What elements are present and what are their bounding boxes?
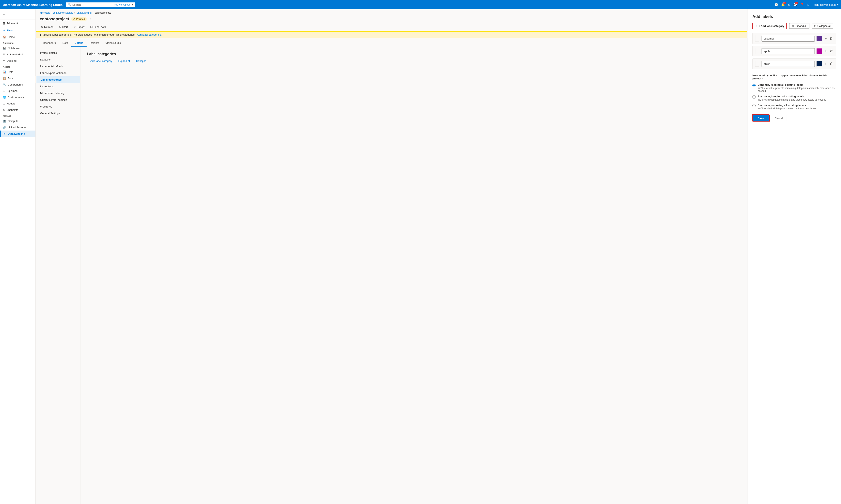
radio-start-over-remove[interactable] <box>752 104 756 107</box>
label-item-cucumber: ＋ 🗑 <box>752 33 836 44</box>
project-title: contosoproject <box>40 17 69 21</box>
radio-continue-label: Continue, keeping all existing labels <box>758 83 836 86</box>
sidebar-item-automated-ml[interactable]: ⚙ Automated ML <box>0 51 35 58</box>
nav-incremental-refresh[interactable]: Incremental refresh <box>36 63 80 70</box>
breadcrumb-data-labeling[interactable]: Data Labeling <box>76 12 91 14</box>
label-input-onion[interactable] <box>761 61 815 67</box>
refresh-button[interactable]: ↻ Refresh <box>40 25 55 29</box>
pipelines-icon: ⬡ <box>3 89 5 92</box>
hamburger-menu[interactable]: ≡ <box>0 11 35 18</box>
color-swatch-onion[interactable] <box>816 61 822 67</box>
sidebar-item-data[interactable]: 📊 Data <box>0 69 35 75</box>
windows-icon: ⊞ <box>3 21 5 25</box>
details-content: Label categories + Add label category Ex… <box>81 47 747 504</box>
expand-all-button[interactable]: ⊞ Expand all <box>789 23 809 29</box>
label-items: ＋ 🗑 ＋ 🗑 ＋ 🗑 <box>752 33 836 69</box>
search-bar[interactable]: 🔍 Search This workspace ▾ <box>66 2 135 7</box>
settings-icon[interactable]: ⚙ <box>788 3 790 6</box>
bell-icon[interactable]: 🔔 23 <box>781 3 785 6</box>
nav-label-categories[interactable]: Label categories <box>36 76 80 83</box>
tab-details[interactable]: Details <box>71 39 87 47</box>
compute-icon: 💻 <box>3 120 6 123</box>
help-icon[interactable]: ❓ <box>800 3 804 6</box>
add-label-category-button-main[interactable]: + Add label category <box>87 59 113 63</box>
sidebar-item-environments[interactable]: 🌐 Environments <box>0 94 35 101</box>
breadcrumb-microsoft[interactable]: Microsoft <box>40 12 50 14</box>
components-icon: 🔧 <box>3 83 6 86</box>
smiley-icon[interactable]: ☺ <box>807 3 810 6</box>
radio-item-continue[interactable]: Continue, keeping all existing labels We… <box>752 83 836 92</box>
tab-vision-studio[interactable]: Vision Studio <box>102 39 124 47</box>
pipelines-label: Pipelines <box>7 89 18 92</box>
label-input-cucumber[interactable] <box>761 36 815 41</box>
sidebar-item-jobs[interactable]: 📋 Jobs <box>0 75 35 82</box>
nav-label-export[interactable]: Label export (optional) <box>36 70 80 76</box>
user-menu[interactable]: contosoworkspace ▾ <box>814 3 839 6</box>
status-badge: ⚠ Paused <box>71 17 87 21</box>
nav-project-details[interactable]: Project details <box>36 50 80 56</box>
export-icon: ↗ <box>73 25 76 29</box>
label-data-button[interactable]: ☑ Label data <box>89 25 107 29</box>
add-label-category-button[interactable]: ＋ + Add label category <box>752 23 787 29</box>
favorite-icon[interactable]: ☆ <box>89 18 92 21</box>
radio-item-start-over-keep[interactable]: Start over, keeping all existing labels … <box>752 95 836 101</box>
save-button[interactable]: Save <box>752 115 769 122</box>
add-child-button-apple[interactable]: ＋ <box>824 49 828 54</box>
color-swatch-apple[interactable] <box>816 48 822 54</box>
tree-line-1 <box>755 35 759 41</box>
nav-workforce[interactable]: Workforce <box>36 103 80 110</box>
collapse-all-button-main[interactable]: Collapse <box>135 59 148 63</box>
warning-text: Missing label categories: The project do… <box>42 33 135 36</box>
endpoints-label: Endpoints <box>6 108 18 111</box>
cancel-button[interactable]: Cancel <box>771 115 786 121</box>
color-swatch-cucumber[interactable] <box>816 36 822 41</box>
main-layout: ≡ ⊞ Microsoft ＋ New 🏠 Home Authoring 📓 N… <box>0 10 841 504</box>
sidebar-item-compute[interactable]: 💻 Compute <box>0 118 35 124</box>
manage-section-label: Manage <box>0 113 35 118</box>
sidebar-item-components[interactable]: 🔧 Components <box>0 82 35 88</box>
home-icon: 🏠 <box>3 35 6 38</box>
sidebar-item-notebooks[interactable]: 📓 Notebooks <box>0 45 35 51</box>
add-child-button-cucumber[interactable]: ＋ <box>824 36 828 41</box>
add-child-button-onion[interactable]: ＋ <box>824 61 828 66</box>
workspace-chevron: ▾ <box>132 3 133 6</box>
delete-button-onion[interactable]: 🗑 <box>829 61 834 66</box>
username: contosoworkspace <box>814 3 836 6</box>
radio-item-start-over-remove[interactable]: Start over, removing all existing labels… <box>752 104 836 110</box>
export-button[interactable]: ↗ Export <box>72 25 86 29</box>
feedback-icon[interactable]: 💬 14 <box>793 3 797 6</box>
nav-general-settings[interactable]: General Settings <box>36 110 80 117</box>
sidebar-item-endpoints[interactable]: ◈ Endpoints <box>0 107 35 113</box>
sidebar-item-pipelines[interactable]: ⬡ Pipelines <box>0 88 35 94</box>
label-item-apple: ＋ 🗑 <box>752 46 836 56</box>
sidebar-item-designer[interactable]: ✏ Designer <box>0 58 35 64</box>
history-icon[interactable]: 🕐 <box>774 3 778 6</box>
nav-instructions[interactable]: Instructions <box>36 83 80 90</box>
radio-start-over-keep[interactable] <box>752 95 756 98</box>
tab-dashboard[interactable]: Dashboard <box>40 39 59 47</box>
radio-continue[interactable] <box>752 84 756 87</box>
sidebar-item-data-labeling[interactable]: 🏷 Data Labeling <box>0 130 35 137</box>
delete-button-apple[interactable]: 🗑 <box>829 49 834 53</box>
workspace-label[interactable]: This workspace <box>113 3 130 6</box>
tab-insights[interactable]: Insights <box>87 39 102 47</box>
nav-datasets[interactable]: Datasets <box>36 56 80 63</box>
sidebar-item-home[interactable]: 🏠 Home <box>0 34 35 40</box>
data-labeling-icon: 🏷 <box>3 132 6 135</box>
delete-button-cucumber[interactable]: 🗑 <box>829 36 834 41</box>
radio-group: Continue, keeping all existing labels We… <box>752 83 836 110</box>
breadcrumb-workspace[interactable]: contosoworkspace <box>53 12 73 14</box>
nav-ml-assisted[interactable]: ML assisted labeling <box>36 90 80 96</box>
sidebar-item-linked-services[interactable]: 🔗 Linked Services <box>0 124 35 130</box>
collapse-all-button[interactable]: ⊟ Collapse all <box>812 23 833 29</box>
sidebar-item-models[interactable]: ⬡ Models <box>0 101 35 107</box>
sidebar-new-button[interactable]: ＋ New <box>0 27 35 34</box>
start-button[interactable]: ▷ Start <box>58 25 69 29</box>
label-input-apple[interactable] <box>761 48 815 54</box>
warning-link[interactable]: Add label categories. <box>137 33 161 36</box>
sidebar: ≡ ⊞ Microsoft ＋ New 🏠 Home Authoring 📓 N… <box>0 10 36 504</box>
tab-data[interactable]: Data <box>59 39 71 47</box>
sidebar-item-microsoft[interactable]: ⊞ Microsoft <box>0 20 35 27</box>
expand-all-button-main[interactable]: Expand all <box>117 59 132 63</box>
nav-quality-control[interactable]: Quality control settings <box>36 96 80 103</box>
